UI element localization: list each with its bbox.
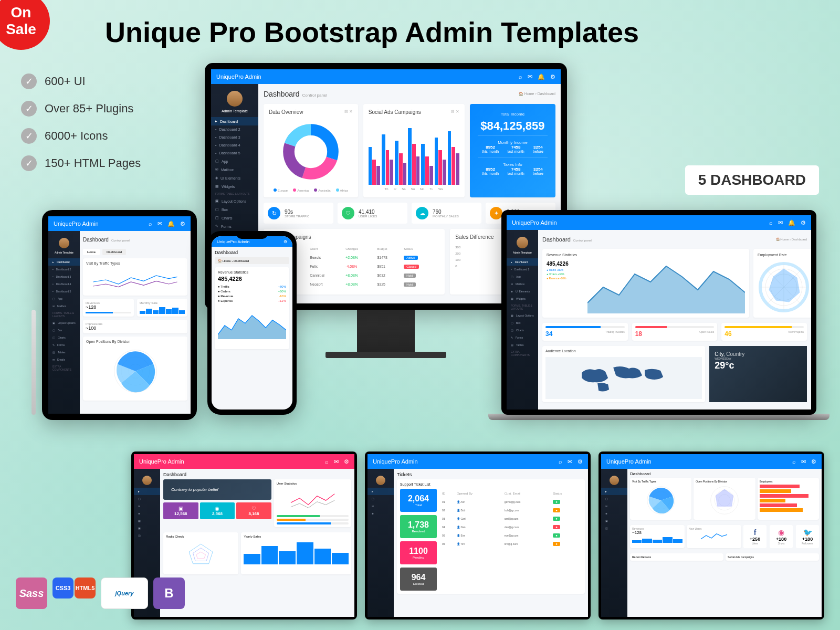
sidebar-item[interactable]: ◫ — [134, 532, 160, 539]
sidebar-item-app[interactable]: ▢ App — [211, 157, 258, 165]
sidebar-item[interactable]: ▣ Layout Options — [507, 312, 538, 319]
ticket-total[interactable]: 2,064Total — [400, 489, 437, 512]
sidebar-item[interactable]: ▢ Box — [507, 319, 538, 327]
sidebar-item[interactable]: ▢ — [134, 495, 160, 502]
search-icon[interactable]: ⌕ — [769, 219, 773, 226]
ticket-deleted[interactable]: 964Deleted — [400, 568, 437, 591]
brand-logo[interactable]: UniquePro Admin — [139, 458, 184, 465]
sidebar-item[interactable]: ▢ Box — [48, 327, 80, 334]
gear-icon[interactable]: ⚙ — [811, 458, 816, 465]
sidebar-item[interactable]: • Dashboard 4 — [48, 280, 80, 288]
sidebar-item[interactable]: ▢ — [368, 495, 394, 502]
table-row[interactable]: 03👤 Carlcarl@g.com● — [441, 515, 581, 522]
table-row[interactable]: 01👤 Anngavin@g.com● — [441, 498, 581, 506]
sidebar-item[interactable]: ▦ — [134, 517, 160, 524]
sidebar-item[interactable]: • Dashboard 3 — [48, 273, 80, 280]
avatar[interactable] — [517, 237, 528, 248]
social-facebook[interactable]: f+250Likes — [743, 525, 766, 548]
mail-icon[interactable]: ✉ — [801, 458, 806, 465]
sidebar-item[interactable]: ✉ Mailbox — [507, 280, 538, 288]
sidebar-item[interactable]: ▸ — [368, 488, 394, 495]
avatar[interactable] — [227, 91, 243, 107]
sidebar-item[interactable]: ◈ — [368, 510, 394, 517]
sidebar-item[interactable]: ▢ App — [48, 295, 80, 302]
bell-icon[interactable]: 🔔 — [538, 74, 545, 80]
card-actions[interactable]: ⊟ ✕ — [344, 109, 353, 115]
gear-icon[interactable]: ⚙ — [801, 219, 806, 226]
gear-icon[interactable]: ⚙ — [550, 74, 555, 80]
sidebar-item[interactable]: ▤ Tables — [48, 349, 80, 356]
sidebar-item[interactable]: • Dashboard 4 — [211, 141, 258, 149]
sidebar-item[interactable]: ▢ — [601, 495, 627, 502]
sidebar-item[interactable]: ◈ — [601, 510, 627, 517]
sidebar-item[interactable]: ✉ — [134, 502, 160, 510]
sidebar-item-widgets[interactable]: ▦ Widgets — [211, 182, 258, 191]
table-row[interactable]: 02👤 Bobbob@g.com● — [441, 507, 581, 514]
sidebar-item[interactable]: ◫ — [601, 524, 627, 532]
search-icon[interactable]: ⌕ — [792, 458, 796, 465]
sidebar-item[interactable]: ✎ Forms — [211, 222, 258, 230]
stat-box[interactable]: ♡8,168 — [236, 502, 271, 519]
sidebar-item[interactable]: • Dashboard 2 — [48, 266, 80, 273]
search-icon[interactable]: ⌕ — [325, 458, 329, 465]
sidebar-item[interactable]: ✎ Forms — [48, 341, 80, 349]
sidebar-item[interactable]: • Dashboard 5 — [211, 149, 258, 157]
stat-traffic[interactable]: ↻90sSTORE TRAFFIC — [264, 203, 333, 224]
sidebar-item[interactable]: • Dashboard 2 — [507, 266, 538, 273]
brand-logo[interactable]: UniquePro Admin — [512, 219, 557, 226]
social-dribbble[interactable]: ◉+180Shots — [770, 525, 793, 548]
tab-dashboard[interactable]: Dashboard — [102, 249, 126, 255]
stat-likes[interactable]: ♡41,410USER LIKES — [338, 203, 407, 224]
gear-icon[interactable]: ⚙ — [180, 220, 185, 227]
sidebar-item-ui[interactable]: ◈ UI Elements — [211, 174, 258, 182]
search-icon[interactable]: ⌕ — [519, 74, 522, 80]
sidebar-item[interactable]: ▣ — [134, 524, 160, 532]
sidebar-item[interactable]: ▣ Layout Options — [211, 197, 258, 205]
mail-icon[interactable]: ✉ — [568, 458, 572, 465]
sidebar-item[interactable]: ▢ Box — [211, 205, 258, 214]
stat-box[interactable]: ▣12,568 — [163, 502, 198, 519]
mail-icon[interactable]: ✉ — [334, 458, 339, 465]
brand-logo[interactable]: UniquePro Admin — [606, 458, 652, 465]
sidebar-item[interactable]: ▤ Tables — [507, 341, 538, 349]
sidebar-item-dashboard[interactable]: ▸ Dashboard — [211, 117, 258, 125]
gear-icon[interactable]: ⚙ — [578, 458, 583, 465]
mail-icon[interactable]: ✉ — [158, 220, 162, 227]
sidebar-item[interactable]: • Dashboard 5 — [48, 288, 80, 295]
gear-icon[interactable]: ⚙ — [344, 458, 349, 465]
sidebar-item[interactable]: ◫ Charts — [211, 214, 258, 222]
search-icon[interactable]: ⌕ — [559, 458, 562, 465]
table-row[interactable]: 05👤 Eveeve@g.com● — [441, 532, 581, 539]
sidebar-item[interactable]: • Dashboard 2 — [211, 125, 258, 133]
ticket-resolved[interactable]: 1,738Resolved — [400, 515, 437, 538]
avatar[interactable] — [610, 476, 619, 485]
sidebar-item[interactable]: ✉ Mailbox — [48, 302, 80, 310]
sidebar-item[interactable]: ◈ UI Elements — [507, 288, 538, 295]
social-twitter[interactable]: 🐦+180Followers — [796, 525, 819, 548]
brand-logo[interactable]: UniquePro Admin — [54, 220, 99, 227]
bell-icon[interactable]: 🔔 — [788, 219, 795, 226]
brand-logo[interactable]: UniquePro Admin — [373, 458, 418, 465]
gear-icon[interactable]: ⚙ — [284, 239, 287, 244]
sidebar-item[interactable]: • Dashboard 3 — [211, 133, 258, 141]
table-row[interactable]: 04👤 Dandan@g.com● — [441, 523, 581, 531]
sidebar-item[interactable]: ▸ — [134, 488, 160, 495]
sidebar-item[interactable]: ◫ Charts — [507, 327, 538, 334]
sidebar-item[interactable]: ◫ Charts — [48, 334, 80, 341]
sidebar-item[interactable]: ✉ Emails — [48, 356, 80, 363]
avatar[interactable] — [376, 476, 385, 485]
card-actions[interactable]: ⊟ ✕ — [451, 109, 459, 115]
sidebar-item[interactable]: ◈ — [134, 510, 160, 517]
table-row[interactable]: 06👤 Timtim@g.com● — [441, 540, 581, 548]
sidebar-item[interactable]: ▸ Dashboard — [507, 258, 538, 266]
sidebar-item[interactable]: ✉ — [601, 502, 627, 510]
sidebar-item[interactable]: ▣ — [601, 517, 627, 524]
sidebar-item[interactable]: ✉ — [368, 502, 394, 510]
ticket-pending[interactable]: 1100Pending — [400, 541, 437, 564]
mail-icon[interactable]: ✉ — [528, 74, 532, 80]
sidebar-item[interactable]: ▣ Layout Options — [48, 319, 80, 327]
sidebar-item-mailbox[interactable]: ✉ Mailbox — [211, 165, 258, 174]
sidebar-item[interactable]: ▸ — [601, 488, 627, 495]
bell-icon[interactable]: 🔔 — [167, 220, 175, 227]
sidebar-item[interactable]: ▢ App — [507, 273, 538, 280]
